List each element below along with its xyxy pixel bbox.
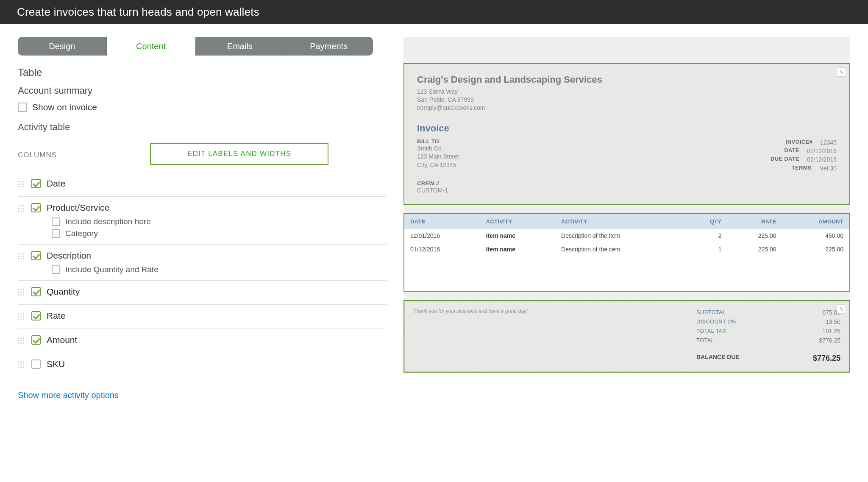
items-col-header: RATE <box>728 214 782 229</box>
checkbox-show-on-invoice[interactable] <box>18 103 27 112</box>
checkbox-sub-option[interactable] <box>52 217 60 226</box>
column-label: Product/Service <box>47 203 109 213</box>
total-value: 101.25 <box>822 327 840 336</box>
checkbox-column[interactable] <box>31 251 41 260</box>
config-panel: Design Content Emails Payments Table Acc… <box>18 37 387 400</box>
sub-option-label: Category <box>65 229 98 238</box>
meta-label: DATE <box>761 147 799 155</box>
invoice-meta: INVOICE#12345DATE01/12/2016DUE DATE02/12… <box>761 138 837 173</box>
column-label: Rate <box>47 311 65 321</box>
meta-value: 12345 <box>820 138 837 147</box>
checkbox-column[interactable] <box>31 287 41 296</box>
total-label: SUBTOTAL <box>696 308 726 318</box>
preview-items-panel[interactable]: DATEACTIVITYACTIVITYQTYRATEAMOUNT 12/01/… <box>403 213 850 292</box>
table-row: 01/12/2016Item nameDescription of the it… <box>404 242 849 256</box>
column-label: Description <box>47 251 91 261</box>
column-label: SKU <box>47 359 65 369</box>
meta-label: TERMS <box>773 164 812 173</box>
title-bar: Create invoices that turn heads and open… <box>0 0 868 24</box>
pencil-icon[interactable]: ✎ <box>837 304 846 314</box>
checkbox-column[interactable] <box>31 179 41 188</box>
company-name: Craig's Design and Landscaping Services <box>417 74 837 85</box>
tab-payments[interactable]: Payments <box>284 37 373 56</box>
total-label: TOTAL <box>696 336 714 345</box>
checkbox-column[interactable] <box>31 311 41 320</box>
edit-labels-widths-button[interactable]: EDIT LABELS AND WIDTHS <box>150 143 328 165</box>
crew-label: CREW # <box>417 180 837 187</box>
meta-label: INVOICE# <box>774 138 812 147</box>
column-label: Amount <box>47 335 77 345</box>
meta-value: 02/12/2016 <box>807 155 837 164</box>
document-title: Invoice <box>417 123 837 134</box>
items-table: DATEACTIVITYACTIVITYQTYRATEAMOUNT 12/01/… <box>404 214 849 256</box>
table-row: 12/01/2016Item nameDescription of the it… <box>404 229 849 242</box>
column-label: Date <box>47 178 65 189</box>
page-title: Create invoices that turn heads and open… <box>17 6 259 19</box>
tab-emails[interactable]: Emails <box>196 37 285 56</box>
label-show-on-invoice: Show on invoice <box>32 102 97 112</box>
billto-block: Smith Co. 123 Main Street City, CA 12345 <box>417 145 459 170</box>
drag-handle-icon[interactable] <box>18 312 25 320</box>
drag-handle-icon[interactable] <box>18 252 25 259</box>
total-label: TOTAL TAX <box>696 327 726 336</box>
total-value: $776.25 <box>819 336 840 345</box>
show-more-activity-link[interactable]: Show more activity options <box>18 390 119 400</box>
items-col-header: AMOUNT <box>782 214 849 229</box>
totals-block: SUBTOTAL675.00DISCOUNT 2%-13.50TOTAL TAX… <box>696 308 840 365</box>
company-address: 123 Sierra Way San Pablo, CA 87999 norep… <box>417 88 837 112</box>
meta-value: Net 30 <box>819 164 837 173</box>
drag-handle-icon[interactable] <box>18 204 25 212</box>
drag-handle-icon[interactable] <box>18 180 25 187</box>
checkbox-sub-option[interactable] <box>52 265 60 274</box>
invoice-preview: ✎ Craig's Design and Landscaping Service… <box>403 37 850 373</box>
checkbox-sub-option[interactable] <box>52 229 60 238</box>
meta-label: DUE DATE <box>761 155 799 164</box>
meta-value: 01/12/2016 <box>807 147 837 155</box>
crew-value: CUSTOM-1 <box>417 187 837 195</box>
preview-footer-panel[interactable]: ✎ SUBTOTAL675.00DISCOUNT 2%-13.50TOTAL T… <box>403 300 850 373</box>
columns-heading: COLUMNS <box>18 151 57 159</box>
drag-handle-icon[interactable] <box>18 337 25 344</box>
items-col-header: DATE <box>404 214 480 229</box>
items-col-header: ACTIVITY <box>555 214 684 229</box>
section-account-summary: Account summary <box>18 85 387 96</box>
columns-list: DateProduct/ServiceInclude description h… <box>18 173 387 377</box>
sub-option-label: Include Quantity and Rate <box>65 265 159 274</box>
pencil-icon[interactable]: ✎ <box>837 67 846 77</box>
sub-option-label: Include description here <box>65 217 151 226</box>
tab-design[interactable]: Design <box>18 37 107 56</box>
section-activity-table: Activity table <box>18 122 387 133</box>
checkbox-column[interactable] <box>31 335 41 345</box>
checkbox-column[interactable] <box>31 203 41 212</box>
preview-header-panel[interactable]: ✎ Craig's Design and Landscaping Service… <box>403 63 850 205</box>
billto-label: BILL TO <box>417 138 459 145</box>
items-col-header: QTY <box>684 214 727 229</box>
tab-content[interactable]: Content <box>107 37 196 56</box>
total-value: -13.50 <box>823 318 840 327</box>
drag-handle-icon[interactable] <box>18 361 25 368</box>
checkbox-column[interactable] <box>31 359 41 369</box>
drag-handle-icon[interactable] <box>18 288 25 295</box>
balance-value: $776.25 <box>813 353 840 365</box>
tab-bar: Design Content Emails Payments <box>18 37 373 56</box>
total-label: DISCOUNT 2% <box>696 318 736 327</box>
section-table: Table <box>18 67 387 78</box>
items-col-header: ACTIVITY <box>480 214 555 229</box>
balance-label: BALANCE DUE <box>696 353 740 365</box>
column-label: Quantity <box>47 287 80 297</box>
